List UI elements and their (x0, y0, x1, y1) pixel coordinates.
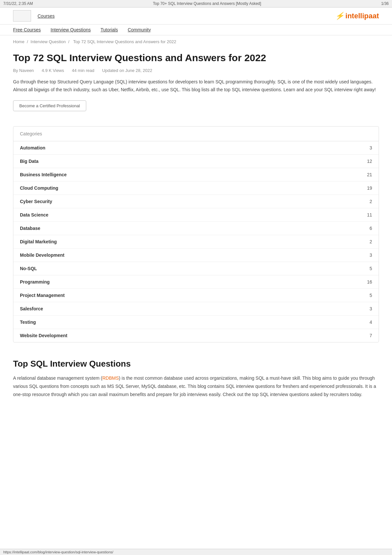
main-nav: Free Courses Interview Questions Tutoria… (0, 25, 392, 35)
read-time: 44 min read (72, 68, 94, 73)
category-name: Business Intelligence (20, 172, 67, 177)
category-count: 6 (369, 226, 372, 231)
article-meta: By Naveen 4.9 K Views 44 min read Update… (13, 68, 379, 73)
nav-free-courses[interactable]: Free Courses (13, 27, 41, 32)
category-count: 11 (367, 212, 372, 217)
category-row[interactable]: Website Development7 (13, 329, 379, 342)
category-row[interactable]: Automation3 (13, 141, 379, 155)
category-count: 3 (369, 306, 372, 311)
article-title: Top 72 SQL Interview Questions and Answe… (13, 51, 379, 64)
category-name: Programming (20, 279, 50, 285)
category-row[interactable]: Cyber Security2 (13, 195, 379, 208)
site-logo[interactable]: ⚡ intellipaat (335, 12, 379, 20)
category-name: Big Data (20, 159, 39, 164)
courses-link[interactable]: Courses (38, 13, 55, 19)
category-count: 2 (369, 239, 372, 244)
category-name: Testing (20, 320, 36, 325)
nav-interview-questions[interactable]: Interview Questions (51, 27, 91, 32)
breadcrumb: Home / Interview Question / Top 72 SQL I… (0, 35, 392, 48)
category-name: Salesforce (20, 306, 43, 311)
category-row[interactable]: Big Data12 (13, 155, 379, 168)
category-name: Project Management (20, 293, 65, 298)
logo-text: intellipaat (345, 12, 379, 20)
category-count: 12 (367, 159, 372, 164)
category-name: Website Development (20, 333, 67, 338)
bottom-intro: A relational database management system … (13, 374, 379, 399)
category-name: Digital Marketing (20, 239, 57, 244)
category-count: 3 (369, 145, 372, 150)
category-count: 7 (369, 333, 372, 338)
logo-placeholder (13, 10, 31, 22)
category-count: 5 (369, 266, 372, 271)
category-name: Cyber Security (20, 199, 52, 204)
category-row[interactable]: No-SQL5 (13, 262, 379, 275)
category-row[interactable]: Database6 (13, 222, 379, 235)
article-intro: Go through these top Structured Query La… (13, 78, 379, 94)
category-name: No-SQL (20, 266, 37, 271)
category-row[interactable]: Cloud Computing19 (13, 182, 379, 195)
logo-icon: ⚡ (335, 12, 344, 20)
bottom-title: Top SQL Interview Questions (13, 359, 379, 369)
breadcrumb-sep1: / (27, 39, 28, 44)
category-count: 4 (369, 320, 372, 325)
tab-bar: 7/31/22, 2:35 AM Top 70+ SQL Interview Q… (0, 0, 392, 8)
category-name: Mobile Development (20, 252, 64, 258)
author: By Naveen (13, 68, 34, 73)
category-count: 21 (367, 172, 372, 177)
category-row[interactable]: Programming16 (13, 275, 379, 289)
category-row[interactable]: Data Science11 (13, 208, 379, 222)
cta-button[interactable]: Become a Certified Professional (13, 100, 86, 111)
category-row[interactable]: Testing4 (13, 316, 379, 329)
rdbms-link[interactable]: RDBMS (102, 375, 119, 381)
breadcrumb-home[interactable]: Home (13, 39, 24, 44)
categories-section: Categories Automation3Big Data12Business… (13, 126, 379, 342)
bottom-section: Top SQL Interview Questions A relational… (0, 352, 392, 406)
category-row[interactable]: Project Management5 (13, 289, 379, 302)
views: 4.9 K Views (42, 68, 64, 73)
category-name: Automation (20, 145, 45, 150)
category-count: 5 (369, 293, 372, 298)
category-name: Data Science (20, 212, 48, 217)
tab-title: Top 70+ SQL Interview Questions and Answ… (153, 1, 261, 6)
datetime: 7/31/22, 2:35 AM (3, 1, 33, 6)
category-count: 3 (369, 252, 372, 258)
updated-date: Updated on June 28, 2022 (102, 68, 152, 73)
category-count: 2 (369, 199, 372, 204)
category-count: 19 (367, 185, 372, 191)
category-count: 16 (367, 279, 372, 285)
category-row[interactable]: Mobile Development3 (13, 249, 379, 262)
category-row[interactable]: Business Intelligence21 (13, 168, 379, 182)
nav-tutorials[interactable]: Tutorials (101, 27, 118, 32)
article-header: Top 72 SQL Interview Questions and Answe… (0, 48, 392, 116)
category-row[interactable]: Salesforce3 (13, 302, 379, 316)
category-name: Cloud Computing (20, 185, 58, 191)
categories-list: Automation3Big Data12Business Intelligen… (13, 141, 379, 342)
category-name: Database (20, 226, 40, 231)
header-left: Courses (13, 10, 55, 22)
breadcrumb-parent[interactable]: Interview Question (31, 39, 66, 44)
breadcrumb-current: Top 72 SQL Interview Questions and Answe… (73, 39, 176, 44)
nav-community[interactable]: Community (128, 27, 151, 32)
header: Courses ⚡ intellipaat (0, 8, 392, 25)
breadcrumb-sep2: / (68, 39, 70, 44)
categories-header: Categories (13, 127, 379, 141)
page-number: 1/36 (381, 1, 389, 6)
category-row[interactable]: Digital Marketing2 (13, 235, 379, 249)
